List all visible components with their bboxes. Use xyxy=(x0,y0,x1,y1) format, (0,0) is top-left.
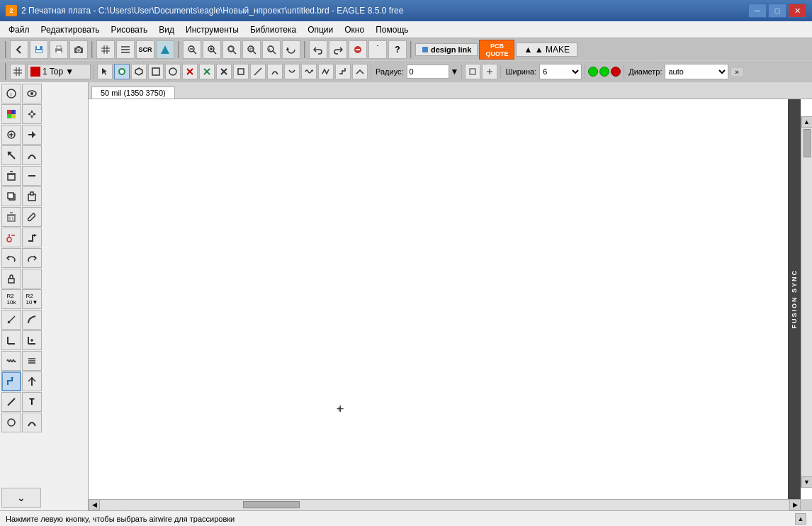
vscroll-up-button[interactable]: ▲ xyxy=(801,116,813,128)
tb-help[interactable]: ? xyxy=(388,40,407,59)
tb2-wave[interactable] xyxy=(301,64,317,79)
menu-library[interactable]: Библиотека xyxy=(244,23,302,36)
lt-collapse[interactable]: ⌄ xyxy=(1,488,41,508)
hscroll-right-button[interactable]: ▶ xyxy=(789,499,801,510)
lt-color[interactable] xyxy=(1,104,21,124)
layer-selector[interactable]: 1 Top ▼ xyxy=(27,64,91,79)
hscroll-left-button[interactable]: ◀ xyxy=(89,499,100,510)
tb-save[interactable] xyxy=(30,40,48,59)
tb2-wire[interactable] xyxy=(114,64,130,79)
restore-button[interactable]: □ xyxy=(768,4,786,18)
lt-move2[interactable] xyxy=(22,125,42,145)
vertical-scrollbar[interactable]: ▲ ▼ xyxy=(801,116,812,488)
lt-redo2[interactable] xyxy=(22,248,42,268)
menu-tools[interactable]: Инструменты xyxy=(180,23,244,36)
tb-zoom-custom[interactable]: ± xyxy=(262,40,281,59)
dot-red[interactable] xyxy=(611,67,621,77)
tb-stop[interactable] xyxy=(349,40,367,59)
lt-add-comp[interactable] xyxy=(1,228,21,247)
tb2-arc2[interactable] xyxy=(284,64,300,79)
status-expand[interactable]: ▲ xyxy=(795,513,806,525)
tb2-arc1[interactable] xyxy=(267,64,283,79)
tb2-zigzag[interactable] xyxy=(318,64,334,79)
fusion-sync-bar[interactable]: FUSION SYNC xyxy=(788,99,801,499)
dot-green2[interactable] xyxy=(599,67,609,77)
menu-options[interactable]: Опции xyxy=(302,23,339,36)
tb-zoom-area[interactable] xyxy=(242,40,261,59)
tb2-diag1[interactable] xyxy=(250,64,266,79)
width-select[interactable]: 6 8 10 xyxy=(539,64,582,79)
tb2-square[interactable] xyxy=(233,64,249,79)
lt-curve[interactable] xyxy=(22,310,42,330)
tb-refresh[interactable] xyxy=(282,40,300,59)
radius-input[interactable] xyxy=(407,65,449,79)
menu-file[interactable]: Файл xyxy=(3,23,35,36)
menu-help[interactable]: Помощь xyxy=(370,23,414,36)
lt-delete[interactable] xyxy=(1,166,21,186)
menu-window[interactable]: Окно xyxy=(339,23,370,36)
lt-wrench[interactable] xyxy=(22,207,42,227)
tb-camera[interactable] xyxy=(69,40,88,59)
lt-info[interactable]: i xyxy=(1,84,21,103)
lt-lock[interactable] xyxy=(1,269,21,289)
tb2-angle[interactable] xyxy=(352,64,368,79)
tb-layers[interactable] xyxy=(116,40,135,59)
vscroll-down-button[interactable]: ▼ xyxy=(801,476,813,488)
tb2-cursor[interactable] xyxy=(97,64,113,79)
lt-trash[interactable] xyxy=(1,207,21,227)
tb-active[interactable] xyxy=(156,40,174,59)
tb2-grid-toggle[interactable] xyxy=(10,64,26,79)
lt-node[interactable] xyxy=(1,145,21,165)
lt-comp-r2b[interactable]: R210▼ xyxy=(22,289,42,309)
pcb-quote-button[interactable]: PCBQUOTE xyxy=(479,40,514,60)
hscroll-track[interactable] xyxy=(100,499,789,510)
lt-circle2[interactable] xyxy=(1,413,21,432)
lt-minus-h[interactable] xyxy=(22,166,42,186)
lt-move[interactable] xyxy=(22,104,42,124)
lt-diag-line[interactable] xyxy=(1,392,21,412)
lt-lines[interactable] xyxy=(22,351,42,371)
menu-edit[interactable]: Редактировать xyxy=(35,23,106,36)
tb2-step[interactable] xyxy=(335,64,351,79)
tb-back[interactable] xyxy=(10,40,28,59)
tb2-circle[interactable] xyxy=(165,64,181,79)
tb-print[interactable] xyxy=(50,40,68,59)
lt-arc3[interactable] xyxy=(22,413,42,432)
lt-corner[interactable] xyxy=(1,330,21,350)
tb2-x-green[interactable] xyxy=(199,64,215,79)
lt-wave[interactable] xyxy=(1,351,21,371)
canvas-drawing-area[interactable]: + FUSION SYNC xyxy=(89,99,812,499)
lt-plus-corner[interactable] xyxy=(22,330,42,350)
tb2-cross[interactable] xyxy=(216,64,232,79)
toolbar-expand-arrow[interactable]: » xyxy=(730,68,743,76)
tb2-polygon[interactable] xyxy=(131,64,147,79)
lt-copy[interactable] xyxy=(1,186,21,206)
lt-comp-r2a[interactable]: R210k xyxy=(1,289,21,309)
tb-zoom-out[interactable] xyxy=(183,40,201,59)
hscroll-thumb[interactable] xyxy=(243,501,300,508)
close-button[interactable]: ✕ xyxy=(788,4,806,18)
design-link-button[interactable]: design link xyxy=(415,43,478,56)
tb-redo[interactable] xyxy=(329,40,347,59)
lt-undo2[interactable] xyxy=(1,248,21,268)
lt-route-active[interactable] xyxy=(1,371,21,391)
tb-zoom-in[interactable] xyxy=(203,40,221,59)
lt-arrow-ul[interactable] xyxy=(1,310,21,330)
canvas-tab[interactable]: 50 mil (1350 3750) xyxy=(91,86,175,99)
tb2-small1[interactable] xyxy=(465,64,480,79)
lt-text[interactable]: T xyxy=(22,392,42,412)
diameter-select[interactable]: auto 1.0 2.0 xyxy=(665,64,728,79)
lt-arc[interactable] xyxy=(22,145,42,165)
tb-undo[interactable] xyxy=(309,40,327,59)
tb2-rect[interactable] xyxy=(148,64,164,79)
menu-draw[interactable]: Рисовать xyxy=(105,23,153,36)
tb-zoom-fit[interactable] xyxy=(222,40,241,59)
tb2-x-tool[interactable] xyxy=(182,64,198,79)
dot-green[interactable] xyxy=(588,67,598,77)
tb-scr[interactable]: SCR xyxy=(136,40,154,59)
lt-fanout[interactable] xyxy=(22,371,42,391)
lt-paste[interactable] xyxy=(22,186,42,206)
tb2-small2[interactable] xyxy=(482,64,497,79)
minimize-button[interactable]: ─ xyxy=(748,4,767,18)
make-button[interactable]: ▲ ▲ MAKE xyxy=(516,43,577,57)
